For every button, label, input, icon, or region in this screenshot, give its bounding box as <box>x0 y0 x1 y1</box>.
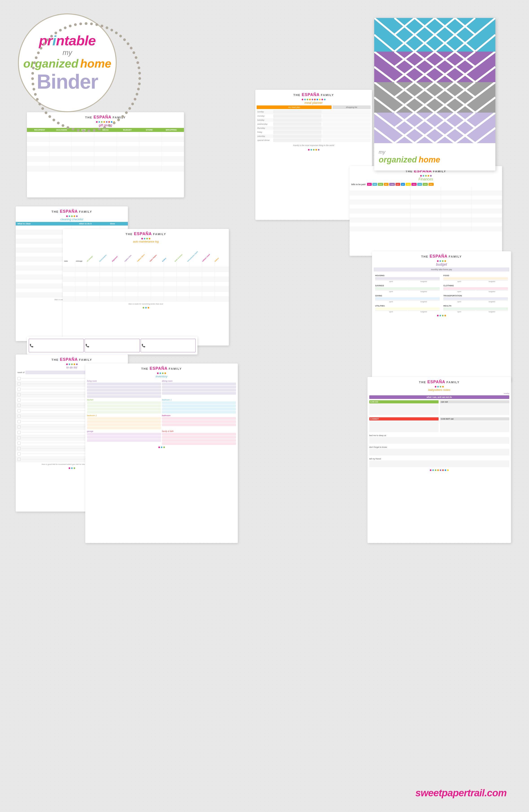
babysitter-eatno-label: CAN NOT eat <box>440 417 509 420</box>
auto-row <box>63 272 229 277</box>
auto-the: THE <box>126 232 134 236</box>
inventory-k-row <box>87 411 161 414</box>
budget-family: FAMILY <box>449 255 462 258</box>
cover-my: my <box>379 149 491 155</box>
auto-espana: ESPAÑA <box>134 232 153 236</box>
month-dec: dec <box>428 183 434 186</box>
inventory-ff-row <box>162 436 236 439</box>
inventory-bedroom1: bedroom 1 <box>162 399 236 414</box>
inventory-k-row <box>87 402 161 404</box>
inventory-g-rows <box>87 433 161 442</box>
todo-family: FAMILY <box>79 358 92 361</box>
babysitter-the: THE <box>419 380 427 384</box>
inventory-lr-row <box>87 395 161 398</box>
phone-card: 📞 📞 📞 <box>27 336 197 354</box>
auto-header: THE ESPAÑA FAMILY <box>63 229 229 237</box>
finances-row <box>350 195 502 200</box>
babysitter-nearby-label: nearby <box>367 392 511 395</box>
babysitter-espana: ESPAÑA <box>427 380 446 384</box>
cleaning-col1: What to clean <box>17 222 72 225</box>
babysitter-cango-box <box>369 404 439 415</box>
budget-dots <box>372 260 511 262</box>
inventory-bedroom2: bedroom 2 <box>87 415 161 429</box>
budget-monthly-label: monthly take-home pay <box>374 267 509 272</box>
budget-housing: HOUSING spent budgeted <box>374 274 441 283</box>
finances-subtitle: Finances <box>350 177 502 181</box>
auto-maintenance-card: THE ESPAÑA FAMILY auto maintenance log d… <box>63 229 229 346</box>
budget-categories: HOUSING spent budgeted FOOD spent budget… <box>372 273 511 314</box>
inventory-dr-rows <box>162 382 236 395</box>
meal-row-sunday: sunday <box>256 110 371 114</box>
auto-col-replace-tires: replace tires <box>124 252 134 262</box>
auto-col-tires-rotation: tires/rotation <box>99 252 108 262</box>
inventory-content: living room dining room <box>85 379 238 446</box>
gift-rows <box>27 132 184 171</box>
babysitter-cannot-label: CANNOT <box>369 417 439 420</box>
inventory-header: THE ESPAÑA FAMILY <box>85 363 238 372</box>
auto-row <box>63 287 229 292</box>
babysitter-emergency-box <box>369 460 509 467</box>
babysitter-card: THE ESPAÑA FAMILY babysitters notes near… <box>367 377 511 543</box>
meal-row-thursday: thursday <box>256 126 371 130</box>
auto-col-transmission: transmission maint <box>187 251 198 262</box>
budget-utilities-bar <box>375 307 440 310</box>
auto-dots <box>63 237 229 240</box>
cleaning-family: FAMILY <box>79 210 92 213</box>
babysitter-eatno-box <box>440 421 509 432</box>
todo-header: THE ESPAÑA FAMILY <box>16 354 128 363</box>
todo-the: THE <box>52 358 60 361</box>
phone-field-2: 📞 <box>85 339 139 352</box>
budget-subtitle: budget <box>372 262 511 266</box>
meal-col1: my meal plan <box>256 105 332 109</box>
babysitter-cango-label: CAN GO <box>369 400 439 403</box>
finances-row <box>350 200 502 204</box>
budget-savings: SAVINGS spent budgeted <box>374 284 441 293</box>
inventory-dining-room: dining room <box>162 380 236 398</box>
budget-health-bar <box>443 307 508 310</box>
inventory-family-faith: family & faith <box>162 430 236 445</box>
inventory-k-rows <box>87 402 161 414</box>
budget-giving: GIVING spent budgeted <box>374 294 441 303</box>
babysitter-footer-dots <box>367 469 511 472</box>
meal-header: THE ESPAÑA FAMILY <box>255 90 372 98</box>
babysitter-bedtime-section: bed me to sleep at: <box>367 434 511 445</box>
babysitter-bedtime-box <box>369 437 509 444</box>
inventory-dr-row <box>162 386 236 388</box>
phone-icon-1: 📞 <box>30 344 33 347</box>
gift-col-store: STORE <box>138 129 160 131</box>
meal-row-saturday: saturday <box>256 134 371 138</box>
auto-col-date: date <box>64 260 75 262</box>
babysitter-cannot-row: CANNOT CAN NOT eat <box>367 417 511 433</box>
inventory-the: THE <box>141 367 150 371</box>
inventory-ff-row <box>162 433 236 435</box>
month-may: may <box>389 183 395 186</box>
inventory-family: FAMILY <box>169 367 182 371</box>
babysitter-eatyes-label: can eat <box>440 400 509 403</box>
budget-transportation: TRANSPORTATION spent budgeted <box>442 294 509 303</box>
auto-col-oil: oil change <box>86 252 96 262</box>
inventory-k-row <box>87 405 161 407</box>
budget-card: THE ESPAÑA FAMILY budget monthly take-ho… <box>372 251 511 381</box>
finances-row <box>350 209 502 213</box>
inventory-g-row <box>87 433 161 435</box>
gift-row <box>27 147 184 152</box>
inventory-lr-row <box>87 382 161 385</box>
finances-row <box>350 191 502 195</box>
budget-giving-bar <box>375 297 440 300</box>
meal-footer-dots <box>255 148 372 151</box>
inventory-ff-row <box>162 442 236 445</box>
budget-clothing-bar <box>443 287 508 290</box>
babysitter-eatno-col: CAN NOT eat <box>440 417 509 432</box>
inventory-b2-row <box>87 423 161 426</box>
babysitter-dots <box>367 385 511 388</box>
babysitter-can-row: CAN GO can eat <box>367 400 511 416</box>
babysitter-caneatlabel-col: can eat <box>440 400 509 415</box>
budget-footer-dots <box>372 314 511 317</box>
finances-month-row: bills to be paid jan feb mar apr may jun… <box>350 182 502 186</box>
month-aug: aug <box>406 183 411 186</box>
cleaning-dots <box>16 215 128 218</box>
gift-row <box>27 152 184 157</box>
meal-espana: ESPAÑA <box>302 92 321 97</box>
inventory-k-row <box>87 408 161 410</box>
finances-row <box>350 222 502 227</box>
